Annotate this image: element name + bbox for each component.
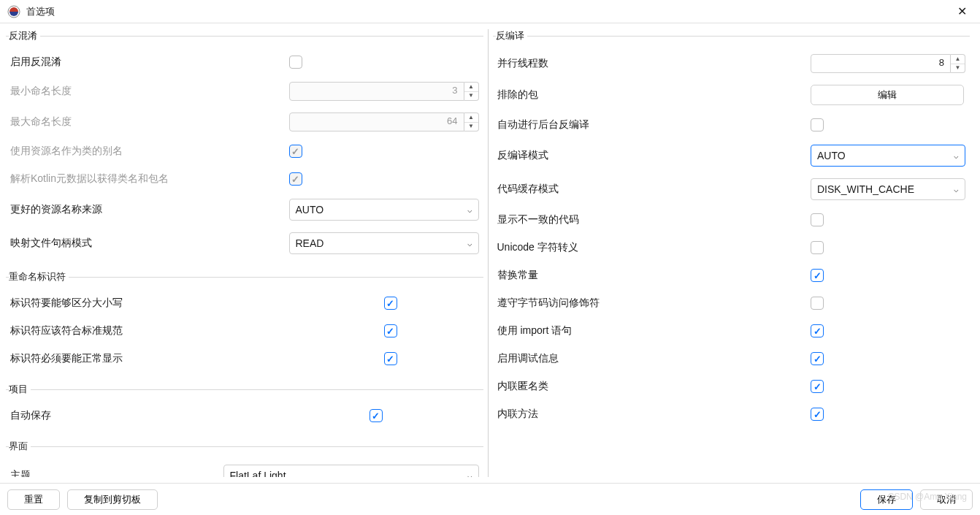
auto-bg-label: 自动进行后台反编译: [497, 118, 811, 131]
row-autosave: 自动保存: [6, 402, 483, 430]
decompile-mode-select[interactable]: AUTO ⌵: [811, 145, 965, 167]
better-source-select[interactable]: AUTO ⌵: [289, 199, 479, 221]
max-len-spinner: 64 ▲▼: [289, 112, 479, 131]
copy-clipboard-button[interactable]: 复制到剪切板: [67, 489, 158, 510]
max-len-stepper: ▲▼: [464, 112, 479, 131]
enable-debug-label: 启用调试信息: [497, 352, 811, 365]
use-import-checkbox[interactable]: [811, 324, 824, 337]
edit-exclude-button[interactable]: 编辑: [811, 85, 964, 105]
min-len-label: 最小命名长度: [10, 85, 289, 98]
save-button[interactable]: 保存: [860, 489, 913, 510]
row-bytecode-modifier: 遵守字节码访问修饰符: [493, 289, 971, 317]
unicode-escape-checkbox[interactable]: [811, 241, 824, 254]
group-ui: 界面 主题 FlatLaf Light ⌵ 编辑器主题 default ⌵: [6, 440, 483, 477]
close-icon[interactable]: ✕: [952, 1, 973, 21]
id-display-checkbox[interactable]: [384, 352, 397, 365]
group-rename: 重命名标识符 标识符要能够区分大小写 标识符应该符合标准规范 标识符必须要能正常…: [6, 270, 483, 375]
id-standard-checkbox[interactable]: [384, 324, 397, 337]
id-case-label: 标识符要能够区分大小写: [10, 297, 384, 310]
group-project-legend: 项目: [9, 383, 31, 396]
cancel-button[interactable]: 取消: [920, 489, 973, 510]
cache-mode-select[interactable]: DISK_WITH_CACHE ⌵: [811, 178, 965, 200]
row-better-source: 更好的资源名称来源 AUTO ⌵: [6, 193, 483, 226]
id-case-checkbox[interactable]: [384, 297, 397, 310]
reset-button[interactable]: 重置: [7, 489, 60, 510]
show-inconsistent-checkbox[interactable]: [811, 213, 824, 226]
row-enable-deob: 启用反混淆: [6, 48, 483, 76]
threads-stepper[interactable]: ▲▼: [951, 54, 965, 73]
replace-const-label: 替换常量: [497, 269, 811, 282]
cache-mode-value: DISK_WITH_CACHE: [817, 183, 914, 195]
use-res-alias-label: 使用资源名作为类的别名: [10, 145, 289, 158]
chevron-down-icon: ⌵: [467, 205, 472, 215]
row-id-case: 标识符要能够区分大小写: [6, 289, 483, 317]
inline-method-checkbox[interactable]: [811, 408, 824, 421]
replace-const-checkbox[interactable]: [811, 269, 824, 282]
row-exclude-pkg: 排除的包 编辑: [493, 79, 971, 111]
group-deobfuscate-legend: 反混淆: [9, 29, 40, 42]
row-decompile-mode: 反编译模式 AUTO ⌵: [493, 139, 971, 172]
inline-method-label: 内联方法: [497, 408, 811, 421]
group-rename-legend: 重命名标识符: [9, 270, 69, 283]
chevron-down-icon: ⌵: [954, 185, 959, 194]
autosave-checkbox[interactable]: [370, 409, 383, 422]
unicode-escape-label: Unicode 字符转义: [497, 241, 811, 254]
use-res-alias-checkbox: [289, 145, 302, 158]
group-project: 项目 自动保存: [6, 383, 483, 432]
row-map-handle: 映射文件句柄模式 READ ⌵: [6, 226, 483, 260]
row-min-len: 最小命名长度 3 ▲▼: [6, 76, 483, 107]
map-handle-value: READ: [296, 237, 324, 249]
inline-anon-label: 内联匿名类: [497, 380, 811, 393]
theme-label: 主题: [10, 469, 223, 477]
better-source-label: 更好的资源名称来源: [10, 203, 289, 216]
row-cache-mode: 代码缓存模式 DISK_WITH_CACHE ⌵: [493, 172, 971, 206]
app-icon: [7, 5, 20, 18]
content-area: 反混淆 启用反混淆 最小命名长度 3 ▲▼ 最大命名长度 64: [0, 23, 980, 483]
cache-mode-label: 代码缓存模式: [497, 183, 811, 196]
title-bar: 首选项 ✕: [0, 0, 980, 23]
row-max-len: 最大命名长度 64 ▲▼: [6, 107, 483, 137]
parse-kotlin-checkbox: [289, 172, 302, 186]
map-handle-label: 映射文件句柄模式: [10, 237, 289, 250]
inline-anon-checkbox[interactable]: [811, 380, 824, 393]
threads-spinner[interactable]: 8 ▲▼: [811, 54, 965, 73]
exclude-pkg-label: 排除的包: [497, 88, 811, 102]
bytecode-modifier-checkbox[interactable]: [811, 297, 824, 310]
auto-bg-checkbox[interactable]: [811, 118, 824, 131]
window-title: 首选项: [26, 5, 952, 18]
max-len-label: 最大命名长度: [10, 115, 289, 129]
row-inline-anon: 内联匿名类: [493, 373, 971, 400]
use-import-label: 使用 import 语句: [497, 324, 811, 337]
show-inconsistent-label: 显示不一致的代码: [497, 213, 811, 226]
row-use-res-alias: 使用资源名作为类的别名: [6, 137, 483, 165]
id-display-label: 标识符必须要能正常显示: [10, 352, 384, 365]
group-decompile: 反编译 并行线程数 8 ▲▼ 排除的包 编辑 自动进行后台反编译: [493, 29, 971, 431]
min-len-stepper: ▲▼: [464, 82, 479, 101]
threads-label: 并行线程数: [497, 57, 811, 70]
group-deobfuscate: 反混淆 启用反混淆 最小命名长度 3 ▲▼ 最大命名长度 64: [6, 29, 483, 263]
row-show-inconsistent: 显示不一致的代码: [493, 206, 971, 234]
theme-value: FlatLaf Light: [230, 470, 286, 477]
row-id-standard: 标识符应该符合标准规范: [6, 317, 483, 345]
row-enable-debug: 启用调试信息: [493, 345, 971, 373]
theme-select[interactable]: FlatLaf Light ⌵: [223, 465, 479, 477]
min-len-value: 3: [289, 82, 464, 101]
row-theme: 主题 FlatLaf Light ⌵: [6, 459, 483, 477]
min-len-spinner: 3 ▲▼: [289, 82, 479, 101]
row-id-display: 标识符必须要能正常显示: [6, 345, 483, 373]
chevron-down-icon: ⌵: [467, 471, 472, 478]
row-parse-kotlin: 解析Kotlin元数据以获得类名和包名: [6, 165, 483, 193]
enable-debug-checkbox[interactable]: [811, 352, 824, 365]
threads-value[interactable]: 8: [811, 54, 951, 73]
row-replace-const: 替换常量: [493, 262, 971, 289]
row-auto-bg: 自动进行后台反编译: [493, 111, 971, 139]
map-handle-select[interactable]: READ ⌵: [289, 232, 479, 254]
chevron-down-icon: ⌵: [954, 151, 959, 161]
enable-deob-label: 启用反混淆: [10, 56, 289, 69]
decompile-mode-label: 反编译模式: [497, 149, 811, 162]
autosave-label: 自动保存: [10, 409, 370, 422]
enable-deob-checkbox[interactable]: [289, 56, 302, 69]
decompile-mode-value: AUTO: [817, 150, 846, 161]
row-inline-method: 内联方法: [493, 400, 971, 428]
row-threads: 并行线程数 8 ▲▼: [493, 48, 971, 79]
